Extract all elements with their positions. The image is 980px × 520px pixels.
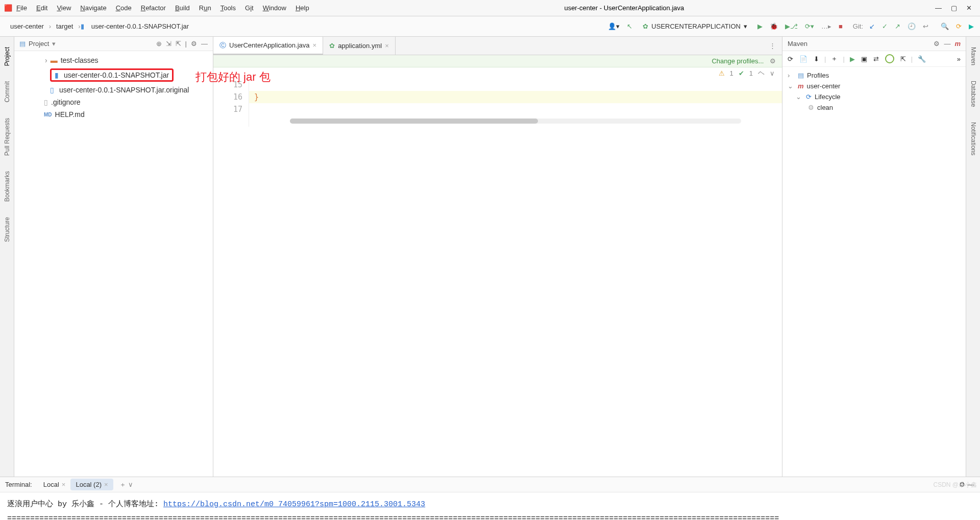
terminal-menu-icon[interactable]: ∨ (127, 480, 134, 489)
hide-icon[interactable]: — (201, 40, 208, 48)
warning-icon[interactable]: ⚠ (719, 69, 725, 77)
jb-icon[interactable]: ▶ (968, 21, 975, 31)
tree-help-md[interactable]: MD HELP.md (14, 108, 213, 121)
maven-clean[interactable]: ⚙clean (786, 102, 963, 113)
tool-commit[interactable]: Commit (4, 81, 11, 102)
git-update-icon[interactable]: ↙ (868, 21, 876, 31)
divider: | (185, 40, 187, 48)
chevron-down-icon[interactable]: ▾ (52, 40, 56, 48)
crumb-root[interactable]: user-center (5, 22, 49, 30)
settings-icon[interactable]: ⚙ (934, 40, 940, 48)
tree-gitignore[interactable]: ▯ .gitignore (14, 96, 213, 108)
expand-all-icon[interactable]: ⇲ (166, 40, 172, 48)
execute-icon[interactable]: ▣ (860, 54, 868, 64)
menu-code[interactable]: Code (112, 2, 136, 14)
tab-menu-icon[interactable]: ⋮ (763, 42, 782, 50)
menu-run[interactable]: Run (195, 2, 215, 14)
menu-edit[interactable]: Edit (32, 2, 52, 14)
code-editor[interactable]: 15 16 17 } (213, 79, 782, 127)
terminal-output[interactable]: 逐浪用户中心 by 乐小鑫 - 个人博客地址: https://blog.csd… (0, 492, 980, 520)
tree-jar-original[interactable]: ▯ user-center-0.0.1-SNAPSHOT.jar.origina… (14, 84, 213, 96)
check-icon[interactable]: ✔ (739, 69, 744, 77)
terminal-tab-local2[interactable]: Local (2)× (70, 479, 113, 490)
reload-icon[interactable]: ⟳ (787, 54, 794, 64)
more-icon[interactable]: » (956, 54, 962, 64)
settings-icon[interactable]: ⚙ (191, 40, 197, 48)
close-icon[interactable]: ✕ (966, 4, 972, 12)
git-history-icon[interactable]: 🕘 (906, 21, 917, 31)
terminal-hide-icon[interactable]: — (966, 480, 975, 489)
hammer-icon[interactable]: ↖ (626, 21, 633, 31)
maximize-icon[interactable]: ▢ (951, 4, 957, 12)
tool-pull-requests[interactable]: Pull Requests (4, 118, 11, 156)
run-config-selector[interactable]: ✿ USERCENTERAPPLICATION ▾ (639, 21, 751, 31)
add-icon[interactable]: ＋ (830, 53, 839, 64)
code-body[interactable]: } (249, 79, 782, 127)
minimize-icon[interactable]: — (935, 4, 942, 12)
left-tool-strip: Project Commit Pull Requests Bookmarks S… (0, 37, 14, 477)
collapse-all-icon[interactable]: ⇱ (176, 40, 181, 48)
tab-usercenterapplication[interactable]: Ⓒ UserCenterApplication.java × (213, 37, 323, 55)
wrench-icon[interactable]: 🔧 (917, 54, 927, 64)
settings-icon[interactable]: ⚙ (770, 57, 776, 65)
change-profiles-link[interactable]: Change profiles... (712, 57, 764, 65)
down-icon[interactable]: ∨ (770, 69, 775, 77)
git-commit-icon[interactable]: ✓ (881, 21, 889, 31)
menu-tools[interactable]: Tools (216, 2, 240, 14)
maven-lifecycle[interactable]: ⌄⟳Lifecycle (786, 91, 963, 102)
toggle-icon[interactable]: ⇄ (872, 54, 880, 64)
debug-icon[interactable]: 🐞 (769, 21, 779, 31)
maven-profiles[interactable]: ›▤Profiles (786, 70, 963, 81)
tool-maven[interactable]: Maven (970, 47, 977, 65)
menu-build[interactable]: Build (171, 2, 194, 14)
maven-root[interactable]: ⌄muser-center (786, 81, 963, 91)
tool-notifications[interactable]: Notifications (970, 122, 977, 155)
tool-structure[interactable]: Structure (4, 217, 11, 242)
tree-snapshot-jar[interactable]: ▮ user-center-0.0.1-SNAPSHOT.jar (14, 66, 213, 84)
hide-icon[interactable]: — (944, 40, 950, 48)
git-rollback-icon[interactable]: ↩ (922, 21, 929, 31)
maven-m-icon[interactable]: m (954, 40, 961, 48)
term-url[interactable]: https://blog.csdn.net/m0_74059961?spm=10… (163, 500, 425, 509)
h-scrollbar[interactable] (290, 119, 741, 124)
tab-application-yml[interactable]: ✿ application.yml × (323, 37, 396, 55)
close-icon[interactable]: × (385, 42, 389, 50)
terminal-header: Terminal: Local× Local (2)× ＋ ∨ ⚙ — (0, 477, 980, 492)
menu-window[interactable]: Window (259, 2, 290, 14)
run-maven-icon[interactable]: ▶ (849, 54, 856, 64)
stop-icon[interactable]: ■ (838, 21, 844, 31)
menu-navigate[interactable]: Navigate (76, 2, 110, 14)
download-icon[interactable]: ⬇ (813, 54, 820, 64)
user-icon[interactable]: 👤▾ (607, 21, 621, 31)
menu-file[interactable]: File (12, 2, 31, 14)
tree-test-classes[interactable]: › ▬ test-classes (14, 54, 213, 66)
skip-tests-icon[interactable] (884, 53, 895, 64)
add-terminal-icon[interactable]: ＋ (118, 479, 127, 490)
tool-project[interactable]: Project (4, 47, 11, 66)
tool-bookmarks[interactable]: Bookmarks (4, 171, 11, 202)
close-icon[interactable]: × (104, 481, 108, 488)
close-icon[interactable]: × (62, 481, 66, 488)
collapse-icon[interactable]: ⇱ (899, 54, 907, 64)
sync-icon[interactable]: ⟳ (955, 21, 963, 31)
generate-icon[interactable]: 📄 (798, 54, 808, 64)
up-icon[interactable]: ヘ (758, 68, 765, 78)
search-icon[interactable]: 🔍 (940, 21, 950, 31)
menu-view[interactable]: View (53, 2, 75, 14)
tool-database[interactable]: Database (970, 81, 977, 107)
git-push-icon[interactable]: ↗ (894, 21, 901, 31)
terminal-tab-local[interactable]: Local× (38, 479, 71, 490)
attach-icon[interactable]: …▸ (820, 21, 832, 31)
crumb-jar[interactable]: user-center-0.0.1-SNAPSHOT.jar (86, 22, 194, 30)
close-icon[interactable]: × (313, 41, 317, 49)
run-icon[interactable]: ▶ (756, 21, 764, 31)
menu-help[interactable]: Help (291, 2, 313, 14)
menu-git[interactable]: Git (241, 2, 258, 14)
profile-icon[interactable]: ⟳▾ (804, 21, 815, 31)
select-opened-icon[interactable]: ⊕ (156, 40, 162, 48)
crumb-target[interactable]: target (51, 22, 78, 30)
coverage-icon[interactable]: ▶⎇ (784, 21, 799, 31)
menu-refactor[interactable]: Refactor (137, 2, 170, 14)
scroll-thumb[interactable] (290, 119, 538, 124)
terminal-settings-icon[interactable]: ⚙ (958, 480, 966, 489)
